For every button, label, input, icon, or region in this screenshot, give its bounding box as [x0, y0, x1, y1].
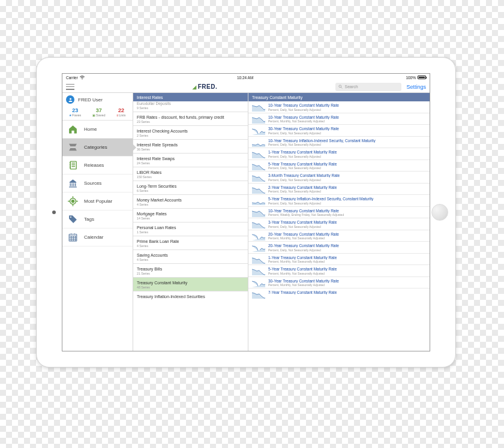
series-title: 10-Year Treasury Inflation-Indexed Secur…	[268, 139, 426, 143]
category-subtitle: 4 Series	[137, 203, 244, 206]
category-subtitle: 36 Series	[137, 148, 244, 151]
stat-faves[interactable]: 23 Faves	[69, 107, 81, 117]
category-item[interactable]: Interest Checking Accounts2 Series	[133, 126, 248, 140]
app-header: ◢FRED. Search Settings	[62, 81, 430, 93]
series-item[interactable]: 20-Year Treasury Constant Maturity RateP…	[248, 230, 430, 242]
series-item[interactable]: 30-Year Treasury Constant Maturity RateP…	[248, 125, 430, 137]
series-item[interactable]: 30-Year Treasury Constant Maturity RateP…	[248, 277, 430, 289]
category-subtitle: 9 Series	[137, 106, 244, 110]
sidebar: FRED User 23 Faves 37 Saved 22 Lists	[62, 93, 133, 351]
settings-button[interactable]: Settings	[406, 84, 426, 90]
sparkline-icon	[252, 279, 265, 286]
category-item[interactable]: Mortgage Rates14 Series	[133, 209, 248, 223]
screen: Carrier 10:24 AM 100% ◢FRED. Search Sett…	[62, 73, 430, 351]
svg-point-13	[70, 217, 71, 218]
series-item[interactable]: 10-Year Treasury Constant Maturity RateP…	[248, 101, 430, 113]
category-item[interactable]: Prime Bank Loan Rate4 Series	[133, 236, 248, 250]
search-icon	[338, 85, 343, 89]
category-item[interactable]: Treasury Constant Maturity48 Series	[133, 278, 248, 291]
brand-icon: ◢	[193, 85, 197, 90]
series-item[interactable]: 5-Year Treasury Constant Maturity RatePe…	[248, 160, 430, 172]
category-item[interactable]: Interest Rate Swaps24 Series	[133, 154, 248, 167]
series-header: Treasury Constant Maturity	[248, 93, 430, 101]
user-row[interactable]: FRED User	[62, 93, 133, 106]
series-item[interactable]: 7-Year Treasury Constant Maturity Rate	[248, 288, 430, 297]
series-title: 10-Year Treasury Constant Maturity Rate	[268, 103, 426, 107]
series-item[interactable]: 2-Year Treasury Constant Maturity RatePe…	[248, 184, 430, 196]
series-subtitle: Percent, Daily, Not Seasonally Adjusted	[268, 108, 426, 112]
calendar-icon	[67, 232, 78, 243]
series-subtitle: Percent, Weekly, Ending Friday, Not Seas…	[268, 213, 426, 217]
series-item[interactable]: 1-Year Treasury Constant Maturity RatePe…	[248, 254, 430, 266]
category-item[interactable]: Money Market Accounts4 Series	[133, 195, 248, 209]
category-item[interactable]: Personal Loan Rates1 Series	[133, 223, 248, 236]
category-item[interactable]: Treasury Inflation-Indexed Securities147…	[133, 291, 248, 301]
releases-icon	[67, 160, 78, 171]
series-list[interactable]: 10-Year Treasury Constant Maturity RateP…	[248, 101, 430, 351]
category-item[interactable]: FRB Rates - discount, fed funds, primary…	[133, 112, 248, 126]
series-subtitle: Percent, Daily, Not Seasonally Adjusted	[268, 190, 426, 193]
category-item[interactable]: Saving Accounts4 Series	[133, 250, 248, 264]
sidebar-item-most-popular[interactable]: Most Popular	[62, 193, 133, 211]
sparkline-icon	[252, 220, 265, 227]
category-title: Eurodollar Deposits	[137, 101, 244, 106]
series-item[interactable]: 3-Month Treasury Constant Maturity RateP…	[248, 172, 430, 184]
category-title: Prime Bank Loan Rate	[137, 239, 244, 243]
series-subtitle: Percent, Daily, Not Seasonally Adjusted	[268, 143, 426, 146]
series-title: 10-Year Treasury Constant Maturity Rate	[268, 115, 426, 119]
sidebar-item-label: Releases	[84, 163, 104, 168]
series-title: 20-Year Treasury Constant Maturity Rate	[268, 243, 426, 248]
sidebar-item-tags[interactable]: Tags	[62, 211, 133, 228]
category-column: Interest Rates Eurodollar Deposits9 Seri…	[133, 93, 248, 351]
category-item[interactable]: Eurodollar Deposits9 Series	[133, 101, 248, 112]
category-item[interactable]: Treasury Bills21 Series	[133, 264, 248, 278]
sidebar-item-label: Sources	[84, 181, 101, 186]
sparkline-icon	[252, 255, 265, 263]
most-popular-icon	[67, 196, 78, 207]
category-title: Treasury Bills	[137, 267, 244, 271]
series-item[interactable]: 10-Year Treasury Constant Maturity RateP…	[248, 207, 430, 219]
sidebar-item-releases[interactable]: Releases	[62, 157, 133, 175]
home-button[interactable]	[431, 204, 448, 221]
category-title: Interest Checking Accounts	[137, 129, 244, 133]
series-title: 5-Year Treasury Inflation-Indexed Securi…	[268, 197, 426, 201]
series-item[interactable]: 5-Year Treasury Inflation-Indexed Securi…	[248, 195, 430, 207]
series-item[interactable]: 1-Year Treasury Constant Maturity RatePe…	[248, 148, 430, 160]
avatar	[66, 95, 74, 104]
series-item[interactable]: 10-Year Treasury Constant Maturity RateP…	[248, 113, 430, 125]
stat-saved[interactable]: 37 Saved	[92, 107, 106, 117]
user-stats: 23 Faves 37 Saved 22 Lists	[62, 106, 133, 121]
menu-icon[interactable]	[66, 84, 74, 90]
category-title: Long-Term Securities	[137, 184, 244, 188]
sources-icon	[67, 178, 78, 189]
sparkline-icon	[252, 173, 265, 181]
sidebar-item-sources[interactable]: Sources	[62, 175, 133, 193]
series-subtitle: Percent, Monthly, Not Seasonally Adjuste…	[268, 283, 426, 287]
series-item[interactable]: 20-Year Treasury Constant Maturity RateP…	[248, 242, 430, 254]
wifi-icon	[80, 76, 85, 80]
series-item[interactable]: 3-Year Treasury Constant Maturity RatePe…	[248, 218, 430, 230]
series-item[interactable]: 5-Year Treasury Constant Maturity RatePe…	[248, 265, 430, 277]
svg-point-2	[70, 98, 71, 100]
category-item[interactable]: Long-Term Securities6 Series	[133, 181, 248, 195]
category-subtitle: 2 Series	[137, 134, 244, 137]
series-title: 3-Year Treasury Constant Maturity Rate	[268, 220, 426, 224]
sidebar-item-calendar[interactable]: Calendar	[62, 228, 133, 246]
series-subtitle: Percent, Daily, Not Seasonally Adjusted	[268, 131, 426, 135]
series-subtitle: Percent, Daily, Not Seasonally Adjusted	[268, 166, 426, 170]
category-item[interactable]: Interest Rate Spreads36 Series	[133, 140, 248, 154]
sidebar-item-home[interactable]: Home	[62, 121, 133, 139]
category-title: Mortgage Rates	[137, 212, 244, 216]
sparkline-icon	[252, 267, 265, 274]
tags-icon	[67, 214, 78, 225]
series-item[interactable]: 10-Year Treasury Inflation-Indexed Secur…	[248, 137, 430, 149]
sparkline-icon	[252, 139, 265, 146]
stat-lists[interactable]: 22 Lists	[116, 107, 125, 117]
sidebar-item-label: Calendar	[84, 234, 103, 240]
category-list[interactable]: Eurodollar Deposits9 SeriesFRB Rates - d…	[133, 101, 248, 351]
category-subtitle: 1 Series	[137, 230, 244, 234]
sidebar-item-categories[interactable]: Categories	[62, 139, 133, 157]
search-input[interactable]: Search	[335, 83, 401, 91]
category-subtitle: 23 Series	[137, 120, 244, 124]
category-item[interactable]: LIBOR Rates150 Series	[133, 167, 248, 181]
